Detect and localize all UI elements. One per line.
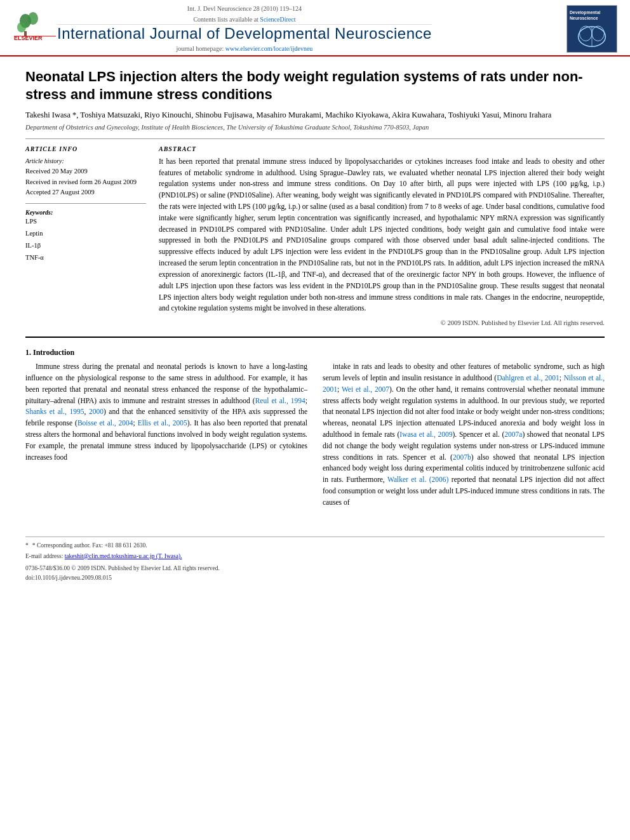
intro-heading: 1. Introduction	[25, 348, 605, 357]
article-info-title: ARTICLE INFO	[25, 145, 146, 152]
intro-body: Immune stress during the prenatal and ne…	[25, 361, 605, 514]
sciencedirect-link[interactable]: ScienceDirect	[260, 16, 295, 23]
accepted-date: Accepted 27 August 2009	[25, 187, 146, 198]
intro-section-number: 1.	[25, 348, 31, 357]
ref-shanks-2000[interactable]: 2000	[89, 408, 104, 415]
journal-header: ELSEVIER Int. J. Devl Neuroscience 28 (2…	[0, 0, 630, 57]
intro-col-left: Immune stress during the prenatal and ne…	[25, 361, 307, 514]
intro-para-right-1: intake in rats and leads to obesity and …	[323, 361, 605, 509]
page: ELSEVIER Int. J. Devl Neuroscience 28 (2…	[0, 0, 630, 840]
keyword-tnfa: TNF-α	[25, 252, 146, 264]
ref-reul-1994[interactable]: Reul et al., 1994	[255, 397, 305, 404]
svg-point-4	[17, 22, 26, 32]
email-link[interactable]: takeshit@clin.med.tokushima-u.ac.jp (T. …	[65, 553, 182, 559]
journal-header-left: ELSEVIER Int. J. Devl Neuroscience 28 (2…	[13, 5, 432, 52]
contents-line: Contents lists available at ScienceDirec…	[57, 13, 432, 25]
revised-date: Received in revised form 26 August 2009	[25, 177, 146, 188]
svg-text:Developmental: Developmental	[570, 10, 600, 15]
history-label: Article history:	[25, 156, 146, 166]
keywords-title: Keywords:	[25, 209, 146, 216]
abstract-col: ABSTRACT It has been reported that prena…	[159, 145, 605, 326]
ref-shanks-1995[interactable]: Shanks et al., 1995	[25, 408, 84, 415]
footnote-email: E-mail address: takeshit@clin.med.tokush…	[25, 552, 605, 561]
footnote-star: * * Corresponding author. Fax: +81 88 63…	[25, 541, 605, 550]
keyword-leptin: Leptin	[25, 228, 146, 240]
ref-wei-2007[interactable]: Wei et al., 2007	[342, 385, 389, 393]
article-info-col: ARTICLE INFO Article history: Received 2…	[25, 145, 146, 326]
received-date: Received 20 May 2009	[25, 166, 146, 177]
authors: Takeshi Iwasa *, Toshiya Matsuzaki, Riyo…	[25, 109, 605, 121]
journal-meta-top: Int. J. Devl Neuroscience 28 (2010) 119–…	[57, 5, 432, 12]
intro-section-title: Introduction	[33, 348, 74, 357]
divider-1	[25, 138, 605, 139]
footer-line1: 0736-5748/$36.00 © 2009 ISDN. Published …	[25, 564, 605, 573]
page-footer: * * Corresponding author. Fax: +81 88 63…	[25, 537, 605, 583]
section-divider	[25, 337, 605, 338]
elsevier-logo: ELSEVIER	[13, 10, 57, 47]
footnote-star-text: * Corresponding author. Fax: +81 88 631 …	[32, 541, 147, 550]
ref-spencer-2007b[interactable]: 2007b	[453, 453, 471, 461]
ref-boisse-2004[interactable]: Boisse et al., 2004	[77, 419, 133, 427]
journal-title-block: Int. J. Devl Neuroscience 28 (2010) 119–…	[57, 5, 432, 52]
svg-rect-5	[24, 31, 27, 36]
abstract-title: ABSTRACT	[159, 145, 605, 152]
journal-name: International Journal of Developmental N…	[57, 25, 432, 43]
copyright: © 2009 ISDN. Published by Elsevier Ltd. …	[159, 319, 605, 326]
homepage-link[interactable]: www.elsevier.com/locate/ijdevneu	[225, 45, 313, 52]
intro-para-left-1: Immune stress during the prenatal and ne…	[25, 361, 307, 463]
footnote-star-symbol: *	[25, 541, 29, 550]
ref-walker-2006[interactable]: Walker et al. (2006)	[387, 476, 448, 483]
homepage-label: journal homepage:	[176, 45, 224, 52]
ref-ellis-2005[interactable]: Ellis et al., 2005	[138, 419, 187, 427]
svg-text:Neuroscience: Neuroscience	[570, 16, 598, 20]
footer-bottom: 0736-5748/$36.00 © 2009 ISDN. Published …	[25, 564, 605, 583]
article-title: Neonatal LPS injection alters the body w…	[25, 68, 605, 103]
info-divider	[25, 203, 146, 204]
ref-dahlgren-2001[interactable]: Dahlgren et al., 2001	[497, 374, 560, 382]
keywords-list: LPS Leptin IL-1β TNF-α	[25, 216, 146, 264]
email-label: E-mail address:	[25, 553, 63, 559]
keyword-il1b: IL-1β	[25, 240, 146, 252]
intro-col-right: intake in rats and leads to obesity and …	[323, 361, 605, 514]
main-content: Neonatal LPS injection alters the body w…	[0, 57, 630, 525]
abstract-text: It has been reported that prenatal immun…	[159, 156, 605, 314]
ref-spencer-2007a[interactable]: 2007a	[504, 430, 522, 438]
authors-text: Takeshi Iwasa *, Toshiya Matsuzaki, Riyo…	[25, 110, 551, 119]
affiliation: Department of Obstetrics and Gynecology,…	[25, 124, 605, 131]
journal-logo-right: Developmental Neuroscience	[566, 5, 617, 53]
article-history: Article history: Received 20 May 2009 Re…	[25, 156, 146, 198]
keyword-lps: LPS	[25, 216, 146, 228]
contents-text: Contents lists available at	[193, 16, 258, 23]
article-meta-row: ARTICLE INFO Article history: Received 2…	[25, 145, 605, 326]
ref-iwasa-2009[interactable]: Iwasa et al., 2009	[399, 430, 452, 438]
footer-line2: doi:10.1016/j.ijdevneu.2009.08.015	[25, 573, 605, 583]
journal-homepage: journal homepage: www.elsevier.com/locat…	[57, 45, 432, 52]
svg-point-3	[28, 12, 38, 25]
